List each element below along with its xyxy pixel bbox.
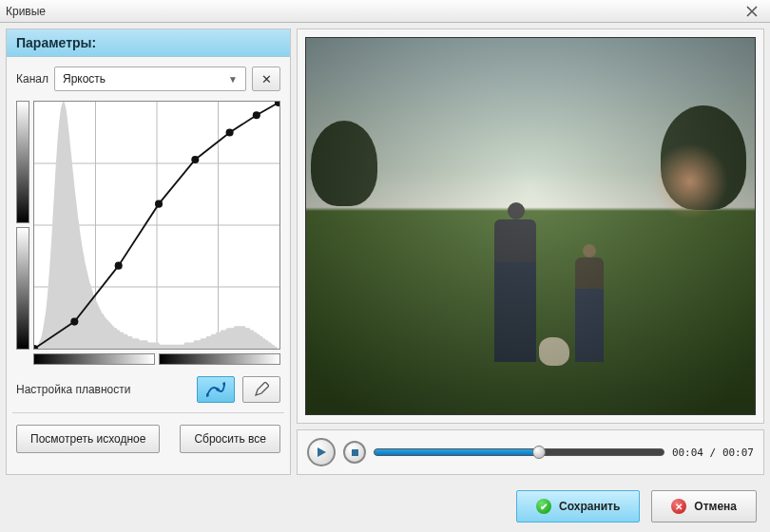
video-preview xyxy=(305,37,756,415)
stop-button[interactable] xyxy=(343,441,366,464)
smooth-label: Настройка плавности xyxy=(16,383,189,396)
stop-icon xyxy=(351,448,359,457)
chevron-down-icon: ▼ xyxy=(228,74,238,85)
vertical-ramps xyxy=(16,101,29,350)
curves-graph[interactable] xyxy=(33,101,280,350)
play-icon xyxy=(316,446,327,458)
reset-channel-button[interactable]: ✕ xyxy=(252,66,280,91)
pencil-icon xyxy=(254,382,269,397)
duration: 00:07 xyxy=(722,446,754,459)
titlebar: Кривые xyxy=(0,0,770,23)
svg-point-16 xyxy=(222,382,225,386)
left-panel: Параметры: Канал Яркость ▼ ✕ xyxy=(6,28,291,475)
current-time: 00:04 xyxy=(672,446,703,459)
horizontal-ramps xyxy=(33,353,280,365)
player-controls: 00:04 / 00:07 xyxy=(297,429,764,475)
vertical-color-ramp xyxy=(16,227,29,350)
channel-select[interactable]: Яркость ▼ xyxy=(54,66,246,91)
svg-point-12 xyxy=(253,111,260,119)
svg-point-15 xyxy=(216,388,220,391)
vertical-bw-ramp xyxy=(16,101,29,223)
pencil-curve-button[interactable] xyxy=(242,376,280,403)
time-display: 00:04 / 00:07 xyxy=(672,446,754,459)
view-original-button[interactable]: Посмотреть исходное xyxy=(16,425,160,453)
channel-value: Яркость xyxy=(63,72,106,86)
svg-point-13 xyxy=(275,102,279,106)
window-title: Кривые xyxy=(6,5,740,18)
play-button[interactable] xyxy=(307,438,336,466)
svg-point-10 xyxy=(191,156,199,163)
footer: ✔ Сохранить ✕ Отмена xyxy=(0,481,770,532)
svg-point-11 xyxy=(226,128,234,136)
save-button[interactable]: ✔ Сохранить xyxy=(516,490,640,522)
x-icon: ✕ xyxy=(261,72,272,86)
progress-thumb[interactable] xyxy=(532,446,546,459)
svg-point-7 xyxy=(70,318,78,326)
svg-point-8 xyxy=(115,262,123,270)
smooth-curve-button[interactable] xyxy=(197,376,235,403)
svg-point-6 xyxy=(34,345,38,349)
cancel-icon: ✕ xyxy=(671,499,686,514)
close-icon xyxy=(746,6,758,17)
params-heading: Параметры: xyxy=(7,29,290,57)
cancel-button[interactable]: ✕ Отмена xyxy=(651,490,757,522)
svg-point-9 xyxy=(155,200,163,208)
close-button[interactable] xyxy=(740,3,764,20)
check-icon: ✔ xyxy=(536,499,551,514)
channel-label: Канал xyxy=(16,72,48,86)
reset-all-button[interactable]: Сбросить все xyxy=(180,425,280,453)
horizontal-bw-ramp xyxy=(33,353,155,365)
smooth-curve-icon xyxy=(206,382,225,397)
horizontal-color-ramp xyxy=(159,353,280,365)
preview-panel xyxy=(297,28,764,424)
progress-bar[interactable] xyxy=(374,448,664,456)
svg-rect-17 xyxy=(352,449,358,456)
